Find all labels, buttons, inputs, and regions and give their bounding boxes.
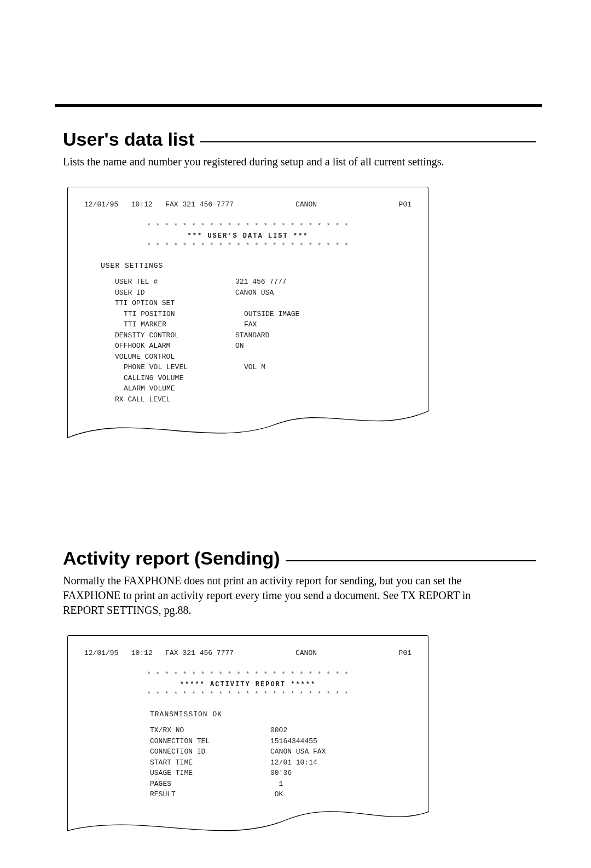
printout-row-key: DENSITY CONTROL: [115, 330, 235, 341]
printout-row: TTI POSITIONOUTSIDE IMAGE: [115, 309, 412, 320]
printout-header: 12/01/95 10:12 FAX 321 456 7777 CANON P0…: [84, 648, 412, 659]
printout-frame: 12/01/95 10:12 FAX 321 456 7777 CANON P0…: [67, 187, 428, 455]
printout-row-value: [235, 394, 412, 405]
printout-row-value: 0002: [270, 725, 412, 736]
printout-title-block: * * * * * * * * * * * * * * * * * * * * …: [84, 221, 412, 251]
section-users-data-list: User's data list Lists the name and numb…: [63, 129, 536, 455]
printout-rows: TX/RX NO0002CONNECTION TEL15164344455CON…: [84, 725, 412, 800]
printout-group-title: USER SETTINGS: [101, 261, 412, 272]
printout-row-key: RX CALL LEVEL: [115, 394, 235, 405]
printout-header-right: P01: [379, 199, 412, 210]
printout-group-title: TRANSMISSION OK: [150, 709, 412, 720]
title-rule: [200, 141, 536, 142]
printout-title-block: * * * * * * * * * * * * * * * * * * * * …: [84, 670, 412, 699]
section-head: User's data list: [63, 129, 536, 150]
printout-row: VOLUME CONTROL: [115, 352, 412, 363]
printout-row-key: OFFHOOK ALARM: [115, 341, 235, 352]
printout-row-key: USER ID: [115, 288, 235, 298]
section-description: Normally the FAXPHONE does not print an …: [63, 573, 479, 618]
printout-header-left: 12/01/95 10:12 FAX 321 456 7777: [84, 199, 234, 210]
printout-body: TRANSMISSION OK TX/RX NO0002CONNECTION T…: [84, 709, 412, 849]
printout-row-value: [235, 298, 412, 309]
printout-row-value: [244, 373, 412, 384]
printout-row: USAGE TIME00'36: [150, 768, 412, 779]
printout-row-value: 1: [270, 779, 412, 790]
printout-title-border-bot: * * * * * * * * * * * * * * * * * * * * …: [84, 241, 412, 251]
printout-row-value: OUTSIDE IMAGE: [244, 309, 412, 320]
printout-row-value: 321 456 7777: [235, 277, 412, 288]
printout-row-key: TTI OPTION SET: [115, 298, 235, 309]
manual-page: User's data list Lists the name and numb…: [0, 0, 591, 868]
printout-row-key: CONNECTION TEL: [150, 736, 270, 747]
printout-row-key: CALLING VOLUME: [115, 373, 244, 384]
printout-row-key: TTI MARKER: [115, 319, 244, 330]
title-rule: [286, 560, 536, 561]
printout-row: ALARM VOLUME: [115, 383, 412, 394]
printout-title: ***** ACTIVITY REPORT *****: [84, 680, 412, 689]
printout-row-value: VOL M: [244, 362, 412, 373]
printout-row-value: 00'36: [270, 768, 412, 779]
printout-row: CONNECTION IDCANON USA FAX: [150, 746, 412, 757]
printout-title-border-top: * * * * * * * * * * * * * * * * * * * * …: [84, 221, 412, 231]
section-head: Activity report (Sending): [63, 548, 536, 569]
printout-title-border-top: * * * * * * * * * * * * * * * * * * * * …: [84, 670, 412, 680]
printout-row: OFFHOOK ALARMON: [115, 341, 412, 352]
printout-row: RX CALL LEVEL: [115, 394, 412, 405]
printout-row-value: STANDARD: [235, 330, 412, 341]
printout-row: DENSITY CONTROLSTANDARD: [115, 330, 412, 341]
printout-row: CALLING VOLUME: [115, 373, 412, 384]
users-data-list-printout: 12/01/95 10:12 FAX 321 456 7777 CANON P0…: [67, 187, 428, 455]
printout-row: PHONE VOL LEVELVOL M: [115, 362, 412, 373]
printout-row-value: [235, 352, 412, 363]
printout-row-key: CONNECTION ID: [150, 746, 270, 757]
section-title: User's data list: [63, 129, 195, 150]
page-top-rule: [55, 104, 542, 107]
section-description: Lists the name and number you registered…: [63, 154, 479, 169]
printout-row-key: PAGES: [150, 779, 270, 790]
printout-row-key: PHONE VOL LEVEL: [115, 362, 244, 373]
section-activity-report: Activity report (Sending) Normally the F…: [63, 548, 536, 868]
printout-row: TTI MARKERFAX: [115, 319, 412, 330]
printout-row-key: TTI POSITION: [115, 309, 244, 320]
printout-header-right: P01: [379, 648, 412, 659]
printout-row-key: START TIME: [150, 757, 270, 768]
printout-header: 12/01/95 10:12 FAX 321 456 7777 CANON P0…: [84, 199, 412, 210]
printout-row-value: [244, 383, 412, 394]
printout-row: CONNECTION TEL15164344455: [150, 736, 412, 747]
printout-body: USER SETTINGS USER TEL #321 456 7777USER…: [84, 261, 412, 455]
printout-row-key: ALARM VOLUME: [115, 383, 244, 394]
printout-row-key: VOLUME CONTROL: [115, 352, 235, 363]
printout-row-value: ON: [235, 341, 412, 352]
printout-row: TX/RX NO0002: [150, 725, 412, 736]
printout-row-key: RESULT: [150, 789, 270, 800]
printout-row: USER TEL #321 456 7777: [115, 277, 412, 288]
section-title: Activity report (Sending): [63, 548, 280, 569]
printout-row: RESULT OK: [150, 789, 412, 800]
printout-row-value: 12/01 10:14: [270, 757, 412, 768]
printout-row-value: OK: [270, 789, 412, 800]
printout-row-value: CANON USA FAX: [270, 746, 412, 757]
printout-row-key: USER TEL #: [115, 277, 235, 288]
printout-header-mid: CANON: [234, 199, 379, 210]
printout-row-value: 15164344455: [270, 736, 412, 747]
printout-rows: USER TEL #321 456 7777USER IDCANON USATT…: [84, 277, 412, 405]
printout-frame: 12/01/95 10:12 FAX 321 456 7777 CANON P0…: [67, 635, 428, 850]
printout-row-key: USAGE TIME: [150, 768, 270, 779]
printout-row: START TIME12/01 10:14: [150, 757, 412, 768]
printout-row: TTI OPTION SET: [115, 298, 412, 309]
activity-report-printout: 12/01/95 10:12 FAX 321 456 7777 CANON P0…: [67, 635, 428, 850]
printout-row-value: FAX: [244, 319, 412, 330]
printout-title: *** USER'S DATA LIST ***: [84, 231, 412, 241]
printout-row: USER IDCANON USA: [115, 288, 412, 298]
printout-title-border-bot: * * * * * * * * * * * * * * * * * * * * …: [84, 689, 412, 699]
printout-row: PAGES 1: [150, 779, 412, 790]
printout-row-key: TX/RX NO: [150, 725, 270, 736]
printout-header-left: 12/01/95 10:12 FAX 321 456 7777: [84, 648, 234, 659]
printout-row-value: CANON USA: [235, 288, 412, 298]
printout-header-mid: CANON: [234, 648, 379, 659]
